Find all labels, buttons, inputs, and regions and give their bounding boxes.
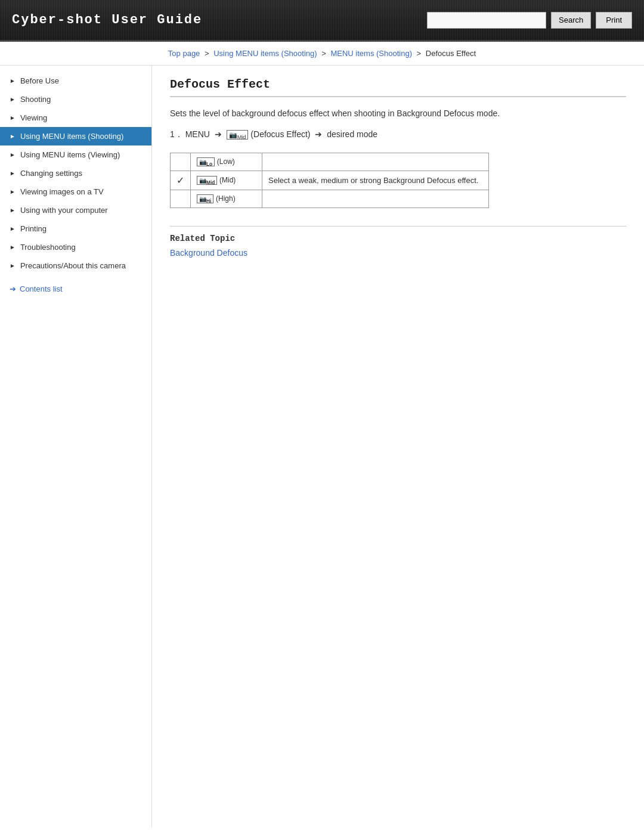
sidebar-item-troubleshooting[interactable]: ► Troubleshooting: [0, 238, 151, 256]
page-title: Defocus Effect: [170, 78, 626, 97]
sidebar-item-using-computer[interactable]: ► Using with your computer: [0, 201, 151, 219]
sidebar-item-viewing[interactable]: ► Viewing: [0, 109, 151, 127]
breadcrumb-separator-2: >: [321, 49, 328, 58]
breadcrumb-separator-1: >: [205, 49, 211, 58]
table-row-mid: ✓ 📷Mid (Mid) Select a weak, medium or st…: [171, 171, 489, 190]
related-topic: Related Topic Background Defocus: [170, 226, 626, 258]
arrow-icon-using-menu-viewing: ►: [10, 151, 16, 158]
arrow-icon-troubleshooting: ►: [10, 244, 16, 250]
main-layout: ► Before Use ► Shooting ► Viewing ► Usin…: [0, 66, 644, 827]
sidebar-label-troubleshooting: Troubleshooting: [20, 243, 76, 252]
arrow-icon-before-use: ►: [10, 78, 16, 84]
sidebar-label-viewing: Viewing: [20, 113, 47, 122]
arrow-icon-precautions: ►: [10, 262, 16, 269]
sidebar-item-viewing-tv[interactable]: ► Viewing images on a TV: [0, 182, 151, 201]
sidebar-label-using-menu-viewing: Using MENU items (Viewing): [20, 150, 120, 159]
arrow-icon-shooting: ►: [10, 96, 16, 103]
breadcrumb-separator-3: >: [417, 49, 423, 58]
instruction-step: 1．: [170, 129, 183, 139]
sidebar-item-before-use[interactable]: ► Before Use: [0, 72, 151, 90]
instruction-defocus-text: (Defocus Effect): [250, 129, 310, 139]
related-topic-title: Related Topic: [170, 234, 626, 243]
table-row-high: 📷Hi (High): [171, 190, 489, 208]
sidebar-item-precautions[interactable]: ► Precautions/About this camera: [0, 256, 151, 275]
sidebar-item-changing-settings[interactable]: ► Changing settings: [0, 164, 151, 182]
sidebar-item-using-menu-shooting[interactable]: ► Using MENU items (Shooting): [0, 127, 151, 145]
table-cell-check-mid: ✓: [171, 171, 191, 190]
search-input[interactable]: [427, 12, 546, 29]
arrow-icon-using-menu-shooting: ►: [10, 133, 16, 140]
logo: Cyber-shot User Guide: [12, 13, 202, 27]
sidebar-label-precautions: Precautions/About this camera: [20, 261, 126, 270]
mode-icon-mid: 📷Mid: [197, 176, 217, 185]
breadcrumb-using-menu-shooting[interactable]: Using MENU items (Shooting): [213, 49, 317, 58]
table-cell-option-high: 📷Hi (High): [191, 190, 262, 208]
sidebar-item-shooting[interactable]: ► Shooting: [0, 90, 151, 109]
sidebar: ► Before Use ► Shooting ► Viewing ► Usin…: [0, 66, 152, 827]
effect-table: 📷Lo (Low) ✓ 📷Mid (Mid) Select a weak, me…: [170, 153, 489, 208]
sidebar-item-using-menu-viewing[interactable]: ► Using MENU items (Viewing): [0, 145, 151, 164]
table-cell-check-low: [171, 153, 191, 171]
sidebar-label-shooting: Shooting: [20, 95, 51, 104]
instruction-menu: MENU: [185, 129, 210, 139]
breadcrumb-menu-items-shooting[interactable]: MENU items (Shooting): [330, 49, 412, 58]
checkmark-icon: ✓: [177, 175, 184, 185]
background-defocus-link[interactable]: Background Defocus: [170, 248, 247, 258]
header-controls: Search Print: [427, 12, 632, 29]
instruction-icon: 📷Mid: [227, 130, 249, 140]
table-row-low: 📷Lo (Low): [171, 153, 489, 171]
description: Sets the level of background defocus eff…: [170, 107, 626, 120]
contents-link-arrow-icon: ➔: [10, 284, 16, 293]
print-button[interactable]: Print: [596, 12, 632, 29]
table-cell-desc-mid: Select a weak, medium or strong Backgrou…: [262, 171, 489, 190]
contents-list-link[interactable]: ➔ Contents list: [0, 280, 151, 298]
sidebar-label-using-menu-shooting: Using MENU items (Shooting): [20, 132, 123, 141]
arrow-icon-changing-settings: ►: [10, 170, 16, 176]
arrow-icon-printing: ►: [10, 225, 16, 232]
instruction: 1． MENU ➔ 📷Mid (Defocus Effect) ➔ desire…: [170, 129, 626, 140]
sidebar-label-using-computer: Using with your computer: [20, 206, 108, 215]
mode-label-low: (Low): [217, 157, 235, 166]
breadcrumb: Top page > Using MENU items (Shooting) >…: [0, 42, 644, 66]
instruction-arrow-1: ➔: [215, 129, 224, 139]
mode-label-high: (High): [216, 194, 236, 203]
mode-label-mid: (Mid): [219, 176, 236, 184]
sidebar-label-before-use: Before Use: [20, 76, 59, 85]
table-cell-desc-low: [262, 153, 489, 171]
mode-icon-low: 📷Lo: [197, 157, 215, 166]
sidebar-label-viewing-tv: Viewing images on a TV: [20, 187, 104, 196]
sidebar-label-printing: Printing: [20, 224, 47, 233]
sidebar-label-changing-settings: Changing settings: [20, 169, 82, 178]
table-cell-desc-high: [262, 190, 489, 208]
breadcrumb-top-page[interactable]: Top page: [168, 49, 200, 58]
arrow-icon-viewing-tv: ►: [10, 188, 16, 195]
search-button[interactable]: Search: [551, 12, 591, 29]
contents-list-label: Contents list: [20, 284, 63, 293]
breadcrumb-current: Defocus Effect: [426, 49, 476, 58]
header: Cyber-shot User Guide Search Print: [0, 0, 644, 42]
instruction-desired: desired mode: [327, 129, 377, 139]
table-cell-option-mid: 📷Mid (Mid): [191, 171, 262, 190]
table-cell-option-low: 📷Lo (Low): [191, 153, 262, 171]
instruction-arrow-2: ➔: [315, 129, 324, 139]
arrow-icon-viewing: ►: [10, 114, 16, 121]
main-content: Defocus Effect Sets the level of backgro…: [152, 66, 644, 827]
arrow-icon-using-computer: ►: [10, 207, 16, 213]
table-cell-check-high: [171, 190, 191, 208]
mode-icon-high: 📷Hi: [197, 194, 213, 203]
sidebar-item-printing[interactable]: ► Printing: [0, 219, 151, 238]
